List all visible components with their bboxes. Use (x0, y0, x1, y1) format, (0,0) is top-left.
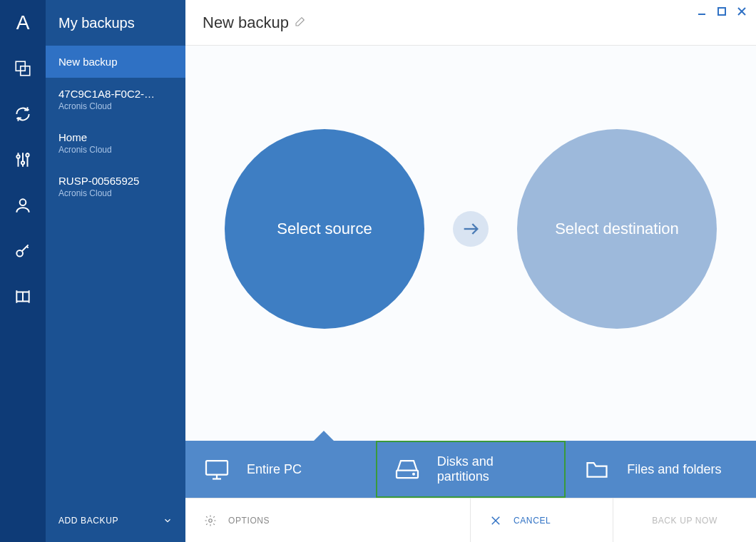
sidebar-item-sublabel: Acronis Cloud (58, 101, 173, 111)
sidebar-item-sublabel: Acronis Cloud (58, 145, 173, 155)
source-option-label: Disks and partitions (437, 454, 548, 484)
close-icon (489, 514, 502, 527)
sidebar-item-label: 47C9C1A8-F0C2-… (58, 88, 173, 100)
sidebar-item-new-backup[interactable]: New backup (46, 46, 185, 78)
source-option-label: Entire PC (247, 462, 302, 477)
chevron-down-icon (163, 516, 173, 526)
disk-icon (394, 456, 420, 482)
page-title: New backup (203, 14, 289, 32)
arrow-right-icon (461, 219, 481, 239)
sidebar-item-label: New backup (58, 56, 173, 68)
nav-rail: A (0, 0, 46, 542)
app-window: A My backups New backup 47C9C1A8-F0C2-… … (0, 0, 756, 542)
select-source-label: Select source (277, 220, 372, 238)
rail-account-icon[interactable] (0, 183, 46, 228)
source-options-bar: Entire PC Disks and partitions Files and… (185, 441, 756, 498)
svg-point-22 (413, 474, 414, 475)
sidebar-item-label: RUSP-00565925 (58, 175, 173, 187)
source-option-entire-pc[interactable]: Entire PC (185, 441, 376, 498)
add-backup-label: ADD BACKUP (58, 516, 118, 526)
cancel-button[interactable]: CANCEL (471, 498, 613, 542)
options-label: OPTIONS (228, 516, 270, 526)
svg-rect-14 (718, 8, 725, 15)
svg-rect-18 (206, 461, 228, 475)
main-panel: New backup Select source Select destinat… (185, 0, 756, 542)
sidebar: My backups New backup 47C9C1A8-F0C2-… Ac… (46, 0, 185, 542)
rail-help-icon[interactable] (0, 274, 46, 319)
minimize-button[interactable] (696, 6, 708, 17)
window-controls (696, 6, 747, 17)
source-options-pointer (314, 431, 334, 441)
content-area: Select source Select destination (185, 46, 756, 441)
sidebar-item-sublabel: Acronis Cloud (58, 188, 173, 198)
rail-tools-icon[interactable] (0, 137, 46, 183)
titlebar: New backup (185, 0, 756, 46)
svg-point-2 (16, 155, 19, 158)
rail-sync-icon[interactable] (0, 91, 46, 137)
backup-config-circles: Select source Select destination (225, 129, 717, 329)
rename-backup-icon[interactable] (295, 16, 306, 30)
source-option-label: Files and folders (627, 462, 721, 477)
sidebar-header: My backups (46, 0, 185, 46)
monitor-icon (204, 456, 230, 482)
backup-now-button[interactable]: BACK UP NOW (613, 498, 756, 542)
options-button[interactable]: OPTIONS (185, 498, 471, 542)
sidebar-spacer (46, 208, 185, 499)
select-source-circle[interactable]: Select source (225, 129, 424, 329)
sidebar-item-backup-2[interactable]: Home Acronis Cloud (46, 121, 185, 165)
svg-point-11 (20, 199, 26, 205)
maximize-button[interactable] (716, 6, 727, 17)
folder-icon (584, 456, 610, 482)
sidebar-item-backup-3[interactable]: RUSP-00565925 Acronis Cloud (46, 165, 185, 208)
sidebar-item-backup-1[interactable]: 47C9C1A8-F0C2-… Acronis Cloud (46, 78, 185, 121)
add-backup-button[interactable]: ADD BACKUP (46, 499, 185, 542)
backup-now-label: BACK UP NOW (652, 516, 717, 526)
footer-bar: OPTIONS CANCEL BACK UP NOW (185, 498, 756, 542)
svg-point-8 (26, 153, 29, 156)
select-destination-label: Select destination (555, 220, 679, 238)
select-destination-circle[interactable]: Select destination (517, 129, 717, 329)
gear-icon (204, 514, 217, 527)
source-option-files-folders[interactable]: Files and folders (566, 441, 756, 498)
close-button[interactable] (736, 6, 747, 17)
svg-point-12 (16, 250, 23, 257)
logo-letter: A (16, 11, 30, 34)
svg-point-5 (21, 161, 24, 164)
sidebar-item-label: Home (58, 131, 173, 143)
arrow-indicator (453, 211, 489, 247)
rail-backup-icon[interactable] (0, 46, 46, 91)
svg-point-23 (209, 518, 213, 522)
rail-key-icon[interactable] (0, 228, 46, 274)
app-logo[interactable]: A (0, 0, 46, 46)
source-option-disks-partitions[interactable]: Disks and partitions (376, 441, 566, 498)
cancel-label: CANCEL (514, 516, 551, 526)
